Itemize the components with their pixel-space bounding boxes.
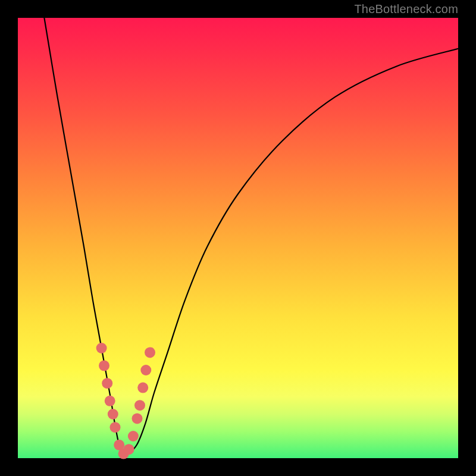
highlight-dot — [134, 400, 145, 411]
highlight-dot — [102, 378, 112, 389]
highlight-dot — [124, 444, 134, 455]
plot-area — [18, 18, 458, 458]
highlight-dot — [132, 413, 143, 424]
highlight-dot — [110, 422, 121, 433]
highlight-dot — [108, 409, 118, 419]
highlight-dot — [128, 431, 139, 441]
curve-layer — [18, 18, 458, 458]
highlight-dots — [96, 343, 155, 459]
highlight-dot — [137, 383, 148, 393]
highlight-dot — [145, 347, 155, 358]
highlight-dot — [140, 365, 151, 375]
chart-frame: TheBottleneck.com — [0, 0, 476, 476]
highlight-dot — [105, 396, 115, 406]
bottleneck-curve — [44, 18, 458, 455]
highlight-dot — [96, 343, 107, 353]
watermark-text: TheBottleneck.com — [354, 2, 458, 16]
highlight-dot — [99, 361, 109, 371]
